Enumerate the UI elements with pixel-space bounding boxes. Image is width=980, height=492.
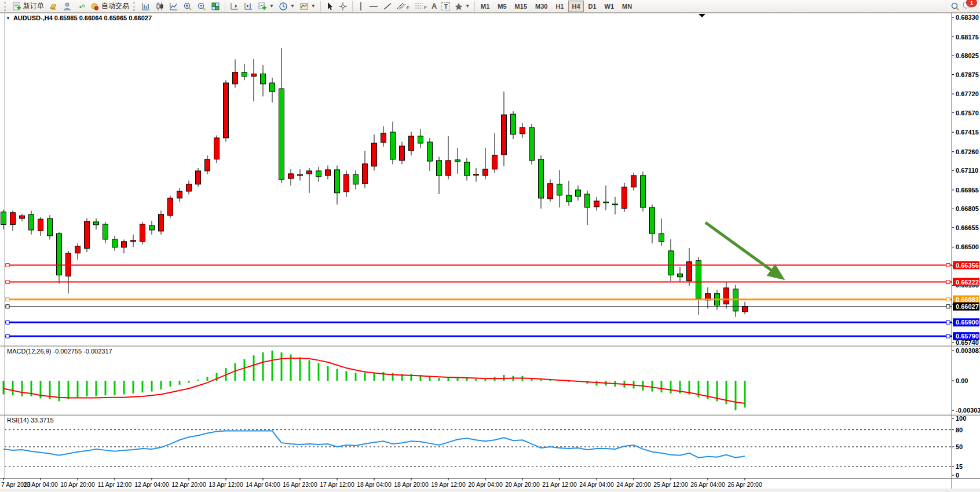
svg-text:12 Apr 04:00: 12 Apr 04:00 bbox=[134, 481, 169, 488]
zoom-out-button[interactable] bbox=[195, 0, 209, 13]
channel-tool-button[interactable]: E bbox=[394, 0, 412, 13]
svg-text:26 Apr 04:00: 26 Apr 04:00 bbox=[690, 481, 725, 488]
new-order-button[interactable]: 新订单 bbox=[10, 0, 46, 13]
svg-text:18 Apr 20:00: 18 Apr 20:00 bbox=[394, 481, 429, 488]
tile-windows-icon bbox=[211, 2, 220, 11]
indicators-button[interactable]: ▼ bbox=[297, 0, 318, 13]
rsi-pane-label: RSI(14) 33.3715 bbox=[7, 417, 54, 424]
clock-icon bbox=[279, 2, 288, 11]
line-chart-button[interactable] bbox=[167, 0, 181, 13]
vertical-line-tool-button[interactable] bbox=[355, 0, 367, 13]
toolbar-grip bbox=[133, 2, 137, 11]
svg-text:26 Apr 20:00: 26 Apr 20:00 bbox=[727, 481, 762, 488]
svg-text:12 Apr 20:00: 12 Apr 20:00 bbox=[171, 481, 206, 488]
gold-ingot-icon bbox=[49, 2, 58, 11]
zoom-in-icon bbox=[183, 2, 192, 11]
chevron-down-icon: ▼ bbox=[311, 3, 316, 9]
candlestick-chart-button[interactable] bbox=[153, 0, 167, 13]
svg-text:16 Apr 23:00: 16 Apr 23:00 bbox=[283, 481, 317, 488]
rsi-label-text: RSI(14) 33.3715 bbox=[7, 417, 54, 424]
svg-text:17 Apr 12:00: 17 Apr 12:00 bbox=[320, 481, 354, 488]
new-order-icon bbox=[12, 2, 21, 11]
timeframe-h4[interactable]: H4 bbox=[568, 1, 583, 12]
chart-shift-icon bbox=[244, 2, 253, 11]
indicators-icon bbox=[299, 2, 309, 11]
svg-text:10 Apr 20:00: 10 Apr 20:00 bbox=[60, 481, 95, 488]
macd-label-text: MACD(12,26,9) -0.002755 -0.002317 bbox=[7, 348, 112, 355]
crosshair-tool-button[interactable] bbox=[336, 0, 350, 13]
svg-text:0.65900: 0.65900 bbox=[956, 319, 979, 326]
timeframe-bar: M1M5M15M30H1H4D1W1MN bbox=[477, 1, 635, 12]
candlestick-chart-icon bbox=[155, 2, 164, 11]
svg-text:20 Apr 20:00: 20 Apr 20:00 bbox=[505, 481, 540, 488]
crosshair-icon bbox=[338, 2, 348, 11]
toolbar-separator bbox=[474, 1, 475, 12]
cursor-icon bbox=[326, 2, 334, 11]
trendline-icon bbox=[383, 2, 392, 11]
timeframe-w1[interactable]: W1 bbox=[601, 1, 618, 12]
toolbar-separator bbox=[352, 1, 353, 12]
svg-text:10 Apr 04:00: 10 Apr 04:00 bbox=[23, 481, 58, 488]
equidistant-channel-icon bbox=[397, 2, 407, 11]
arrows-tool-button[interactable]: ▼ bbox=[452, 0, 472, 13]
zoom-in-button[interactable] bbox=[181, 0, 195, 13]
line-chart-icon bbox=[169, 2, 178, 11]
svg-text:0.003087: 0.003087 bbox=[956, 347, 980, 354]
cursor-tool-button[interactable] bbox=[323, 0, 336, 13]
chart-header: ▼ AUDUSD-,H4 0.65985 0.66064 0.65965 0.6… bbox=[6, 14, 152, 21]
timeframe-h1[interactable]: H1 bbox=[552, 1, 567, 12]
window-bottom-edge bbox=[0, 489, 980, 492]
trendline-tool-button[interactable] bbox=[381, 0, 394, 13]
svg-text:-0.003033: -0.003033 bbox=[956, 407, 980, 414]
svg-text:0: 0 bbox=[956, 472, 959, 479]
chevron-down-icon: ▼ bbox=[465, 3, 470, 9]
fibonacci-tool-button[interactable]: F bbox=[412, 0, 429, 13]
auto-scroll-icon bbox=[230, 2, 239, 11]
toolbar-separator bbox=[320, 1, 321, 12]
horizontal-line-tool-button[interactable] bbox=[367, 0, 381, 13]
svg-text:50: 50 bbox=[956, 443, 963, 450]
auto-scroll-button[interactable] bbox=[228, 0, 242, 13]
svg-text:0.67570: 0.67570 bbox=[956, 110, 979, 116]
text-label-tool-button[interactable]: T bbox=[439, 0, 452, 13]
new-chart-button[interactable]: ▼ bbox=[255, 0, 276, 13]
signals-button[interactable] bbox=[74, 0, 88, 13]
svg-text:11 Apr 12:00: 11 Apr 12:00 bbox=[98, 481, 132, 488]
zoom-out-icon bbox=[197, 2, 206, 11]
search-icon[interactable] bbox=[950, 2, 960, 11]
svg-text:25 Apr 12:00: 25 Apr 12:00 bbox=[653, 481, 688, 488]
arrows-shapes-icon bbox=[455, 2, 463, 11]
svg-text:0.66805: 0.66805 bbox=[956, 205, 979, 212]
vertical-line-icon bbox=[357, 2, 364, 11]
symbol-collapse-icon[interactable]: ▼ bbox=[6, 16, 10, 21]
periods-button[interactable]: ▼ bbox=[276, 0, 297, 13]
autotrade-icon bbox=[90, 2, 100, 11]
notifications-button[interactable]: 1 bbox=[963, 1, 973, 12]
price-chart-canvas[interactable]: 0.683300.681750.680250.678750.677200.675… bbox=[0, 0, 980, 492]
toolbar: 新订单 自动交易 bbox=[0, 0, 980, 13]
text-tool-button[interactable]: A bbox=[429, 0, 439, 13]
timeframe-m15[interactable]: M15 bbox=[511, 1, 531, 12]
bar-chart-icon bbox=[141, 2, 151, 11]
profile-button[interactable] bbox=[60, 0, 74, 13]
svg-text:24 Apr 20:00: 24 Apr 20:00 bbox=[616, 481, 651, 488]
svg-text:0.66356: 0.66356 bbox=[956, 262, 979, 269]
new-chart-icon bbox=[258, 2, 267, 11]
svg-text:14 Apr 04:00: 14 Apr 04:00 bbox=[246, 481, 280, 488]
svg-text:13 Apr 12:00: 13 Apr 12:00 bbox=[209, 481, 243, 488]
autotrade-button[interactable]: 自动交易 bbox=[88, 0, 131, 13]
svg-text:0.00: 0.00 bbox=[956, 377, 968, 384]
timeframe-mn[interactable]: MN bbox=[619, 1, 635, 12]
chevron-down-icon: ▼ bbox=[290, 3, 295, 9]
timeframe-m30[interactable]: M30 bbox=[532, 1, 551, 12]
market-watch-button[interactable] bbox=[46, 0, 60, 13]
svg-text:15: 15 bbox=[956, 463, 963, 470]
chart-shift-button[interactable] bbox=[242, 0, 255, 13]
text-tool-icon: A bbox=[432, 2, 437, 10]
timeframe-d1[interactable]: D1 bbox=[585, 1, 600, 12]
tile-windows-button[interactable] bbox=[209, 0, 222, 13]
bar-chart-button[interactable] bbox=[139, 0, 153, 13]
timeframe-m5[interactable]: M5 bbox=[494, 1, 510, 12]
svg-text:0.66955: 0.66955 bbox=[956, 187, 979, 194]
timeframe-m1[interactable]: M1 bbox=[477, 1, 493, 12]
